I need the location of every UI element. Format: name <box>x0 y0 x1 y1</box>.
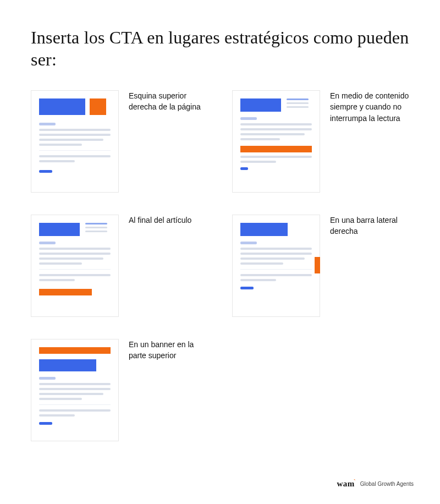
mock-text-line <box>240 156 312 158</box>
mock-separator <box>39 269 111 270</box>
placements-grid: Esquina superior derecha de la página <box>31 90 409 441</box>
mock-tag <box>39 377 56 380</box>
mock-tag <box>39 242 56 244</box>
mock-link <box>39 422 52 425</box>
cta-icon <box>90 98 106 115</box>
mock-text-line <box>39 414 75 417</box>
mock-header-block <box>240 98 281 112</box>
thumb-top-banner <box>31 339 119 441</box>
mock-header-block <box>39 223 80 236</box>
mock-text-line <box>240 138 280 140</box>
mock-text-line <box>39 262 82 265</box>
placement-top-banner: En un banner en la parte superior <box>31 339 208 441</box>
placement-caption: Al final del artículo <box>129 215 191 226</box>
mock-text-line <box>240 258 305 260</box>
mock-tag <box>240 242 257 244</box>
mock-separator <box>240 269 312 270</box>
brand-name: wam <box>337 479 354 488</box>
mock-link <box>240 167 248 170</box>
mock-side-line <box>287 102 309 104</box>
brand-accent-icon: ` <box>354 478 356 486</box>
mock-text-line <box>39 155 111 157</box>
cta-icon <box>240 146 312 152</box>
mock-text-line <box>39 139 103 141</box>
mock-separator <box>39 404 111 405</box>
mock-text-line <box>240 161 276 163</box>
mock-text-line <box>39 383 111 385</box>
mock-link <box>240 287 254 289</box>
mock-text-line <box>39 129 111 131</box>
mock-link <box>39 170 52 173</box>
brand-tagline: Global Growth Agents <box>360 481 414 487</box>
mock-side-line <box>85 223 107 224</box>
placement-caption: En medio de contenido siempre y cuando n… <box>330 90 409 124</box>
mock-side-line <box>287 106 309 108</box>
mock-header-block <box>240 223 288 236</box>
mock-text-line <box>240 274 312 276</box>
brand-footer: wam` Global Growth Agents <box>337 479 414 489</box>
mock-text-line <box>39 134 111 136</box>
mock-text-line <box>240 248 312 250</box>
mock-text-line <box>240 262 283 265</box>
placement-top-right: Esquina superior derecha de la página <box>31 90 208 193</box>
mock-text-line <box>39 393 103 395</box>
mock-text-line <box>39 279 75 281</box>
mock-text-line <box>39 248 111 250</box>
placement-caption: Esquina superior derecha de la página <box>129 90 208 113</box>
mock-text-line <box>39 398 82 400</box>
placement-right-sidebar: En una barra lateral derecha <box>232 215 409 317</box>
mock-text-line <box>39 258 103 260</box>
mock-text-line <box>39 253 111 255</box>
thumb-right-sidebar <box>232 215 320 317</box>
mock-text-line <box>39 409 111 412</box>
cta-icon <box>315 257 320 273</box>
thumb-top-right <box>31 90 119 193</box>
mock-text-line <box>240 133 305 135</box>
mock-text-line <box>39 274 111 276</box>
mock-text-line <box>240 123 312 125</box>
mock-header-block <box>39 98 85 115</box>
mock-tag <box>240 117 257 120</box>
mock-text-line <box>39 160 75 162</box>
thumb-end-article <box>31 215 119 317</box>
mock-text-line <box>240 279 276 281</box>
cta-icon <box>39 289 92 295</box>
cta-icon <box>39 347 111 354</box>
diagram-title: Inserta los CTA en lugares estratégicos … <box>31 26 409 70</box>
placement-caption: En un banner en la parte superior <box>129 339 208 361</box>
mock-text-line <box>39 388 111 390</box>
mock-side-line <box>85 231 107 232</box>
mock-side-line <box>287 98 309 100</box>
mock-text-line <box>240 128 312 130</box>
thumb-mid-content <box>232 90 320 193</box>
mock-side-line <box>85 227 107 228</box>
placement-mid-content: En medio de contenido siempre y cuando n… <box>232 90 409 193</box>
mock-text-line <box>39 144 82 146</box>
placement-end-article: Al final del artículo <box>31 215 208 317</box>
placement-caption: En una barra lateral derecha <box>330 215 409 237</box>
mock-separator <box>39 150 111 151</box>
mock-text-line <box>240 253 312 255</box>
mock-tag <box>39 123 56 125</box>
mock-header-block <box>39 359 96 371</box>
